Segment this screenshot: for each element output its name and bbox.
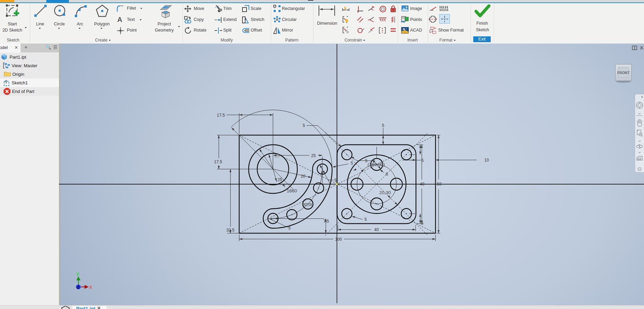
svg-text:5: 5: [288, 226, 291, 230]
svg-text:17.5: 17.5: [217, 113, 225, 118]
svg-text:40: 40: [374, 227, 379, 232]
svg-text:25: 25: [311, 153, 316, 158]
svg-text:Y: Y: [76, 272, 80, 277]
svg-text:X: X: [89, 285, 92, 290]
svg-text:10: 10: [484, 158, 489, 163]
svg-text:5: 5: [303, 123, 305, 128]
svg-text:7,5: 7,5: [323, 219, 329, 224]
svg-text:100: 100: [335, 237, 342, 242]
svg-text:5: 5: [334, 178, 337, 183]
svg-text:40: 40: [420, 182, 425, 187]
svg-text:20: 20: [301, 174, 306, 179]
svg-text:50: 50: [437, 182, 442, 187]
svg-text:32.5: 32.5: [226, 228, 235, 233]
svg-text:(360,00): (360,00): [368, 162, 385, 167]
svg-text:20,30: 20,30: [379, 190, 391, 195]
svg-text:17.5: 17.5: [214, 159, 222, 164]
svg-text:Z: Z: [77, 285, 80, 289]
svg-text:5: 5: [382, 123, 384, 128]
svg-text:5: 5: [365, 217, 367, 222]
svg-text:6: 6: [386, 172, 388, 177]
svg-text:1660: 1660: [287, 188, 297, 193]
svg-text:5: 5: [351, 161, 353, 166]
svg-text:90,00: 90,00: [302, 202, 314, 207]
svg-text:FRONT: FRONT: [617, 71, 630, 75]
svg-text:25: 25: [277, 177, 282, 182]
